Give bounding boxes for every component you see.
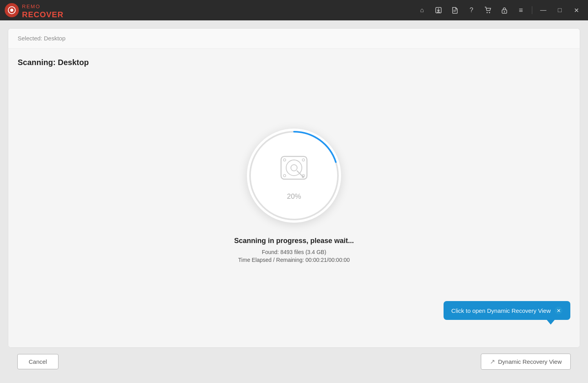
maximize-icon[interactable]: □ [553, 3, 567, 17]
bottom-bar: Cancel ↗ Dynamic Recovery View [8, 348, 580, 375]
status-section: Scanning in progress, please wait... Fou… [234, 237, 354, 265]
circle-bg: 20% [247, 129, 341, 223]
close-icon: ✕ [557, 308, 561, 314]
titlebar-icons: ⌂ ? [415, 3, 583, 17]
hdd-icon [276, 150, 312, 187]
tooltip-container: Click to open Dynamic Recovery View ✕ [444, 301, 570, 320]
cart-icon[interactable] [481, 3, 495, 17]
dynamic-recovery-button[interactable]: ↗ Dynamic Recovery View [481, 354, 571, 370]
titlebar: remo RECOVER ⌂ ? [0, 0, 588, 20]
svg-point-16 [302, 159, 305, 161]
svg-point-1 [10, 9, 13, 12]
file-icon[interactable] [448, 3, 462, 17]
card-body: Scanning: Desktop [8, 49, 580, 347]
app-logo: remo RECOVER [5, 1, 64, 19]
progress-circle-container: 20% [247, 129, 341, 223]
tooltip-close-button[interactable]: ✕ [555, 307, 562, 314]
home-icon[interactable]: ⌂ [415, 3, 429, 17]
svg-line-19 [297, 171, 303, 177]
close-icon[interactable]: ✕ [569, 3, 583, 17]
scanning-title: Scanning: Desktop [18, 58, 89, 67]
svg-point-11 [504, 11, 505, 13]
cancel-button[interactable]: Cancel [17, 354, 58, 369]
percent-label: 20% [287, 192, 301, 201]
help-icon[interactable]: ? [464, 3, 478, 17]
download-icon[interactable] [431, 3, 446, 17]
found-label: Found: 8493 files (3.4 GB) [234, 249, 354, 255]
svg-point-9 [489, 12, 490, 13]
card-header: Selected: Desktop [8, 29, 580, 49]
svg-point-8 [487, 12, 488, 13]
minimize-icon[interactable]: — [536, 3, 550, 17]
svg-point-14 [291, 165, 297, 171]
menu-icon[interactable]: ≡ [514, 3, 528, 17]
scan-card: Selected: Desktop Scanning: Desktop [8, 28, 580, 348]
status-main-text: Scanning in progress, please wait... [234, 237, 354, 245]
lock-icon[interactable] [497, 3, 511, 17]
app-title: remo RECOVER [22, 1, 64, 19]
dynamic-recovery-tooltip[interactable]: Click to open Dynamic Recovery View ✕ [444, 301, 570, 320]
selected-label: Selected: Desktop [18, 35, 66, 42]
logo-icon [5, 3, 19, 17]
main-area: Selected: Desktop Scanning: Desktop [0, 20, 588, 383]
svg-point-15 [283, 159, 286, 161]
tooltip-text: Click to open Dynamic Recovery View [451, 307, 551, 314]
svg-point-20 [302, 176, 304, 178]
dynamic-recovery-label: Dynamic Recovery View [498, 358, 562, 365]
titlebar-separator [532, 6, 532, 14]
time-label: Time Elapsed / Remaining: 00:00:21/00:00… [234, 257, 354, 263]
dynamic-recovery-icon: ↗ [490, 358, 495, 365]
svg-point-17 [283, 174, 286, 177]
